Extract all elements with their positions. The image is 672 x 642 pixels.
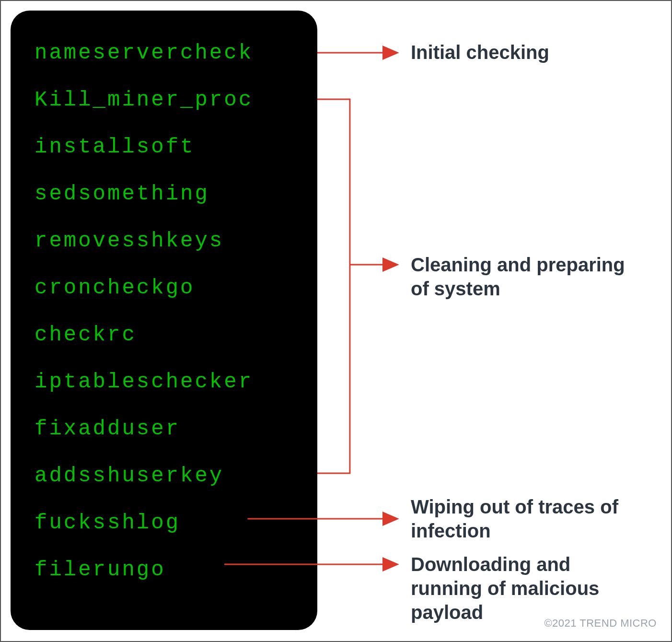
terminal-panel: nameservercheck Kill_miner_proc installs…: [11, 11, 317, 630]
terminal-line: checkrc: [35, 324, 303, 345]
diagram-content: nameservercheck Kill_miner_proc installs…: [11, 11, 661, 630]
terminal-line: iptableschecker: [35, 371, 303, 392]
annotation-downloading: Downloading and running of malicious pay…: [411, 552, 641, 624]
terminal-line: filerungo: [35, 559, 303, 580]
annotation-cleaning: Cleaning and preparing of system: [411, 253, 641, 301]
annotations-panel: Initial checking Cleaning and preparing …: [317, 11, 661, 586]
terminal-line: addsshuserkey: [35, 465, 303, 486]
terminal-line: fixadduser: [35, 418, 303, 439]
terminal-line: installsoft: [35, 136, 303, 157]
terminal-line: nameservercheck: [35, 42, 303, 63]
terminal-line: croncheckgo: [35, 277, 303, 298]
terminal-line: removesshkeys: [35, 230, 303, 251]
annotation-wiping: Wiping out of traces of infection: [411, 495, 641, 543]
copyright-text: ©2021 TREND MICRO: [544, 617, 657, 630]
terminal-line: sedsomething: [35, 183, 303, 204]
terminal-line: Kill_miner_proc: [35, 89, 303, 110]
annotation-initial: Initial checking: [411, 40, 549, 64]
terminal-line: fucksshlog: [35, 512, 303, 533]
diagram-frame: nameservercheck Kill_miner_proc installs…: [0, 0, 672, 642]
